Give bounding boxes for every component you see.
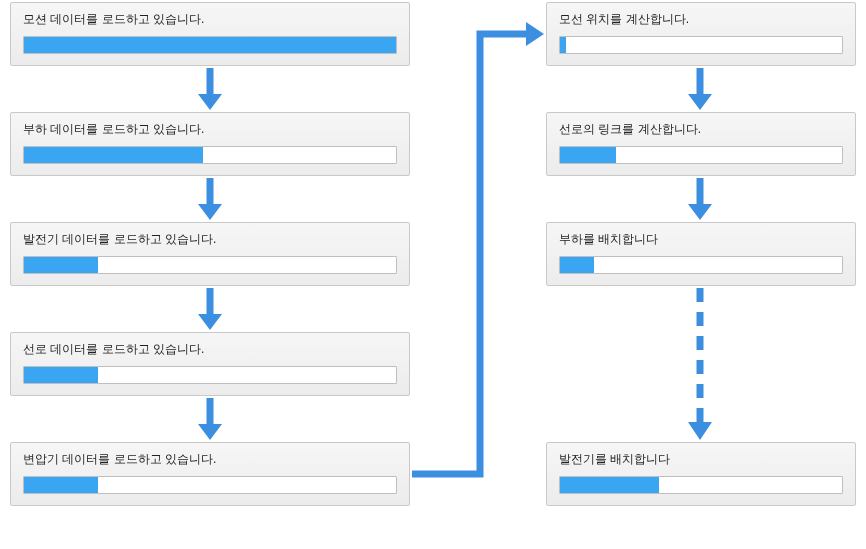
svg-marker-12 [688, 204, 712, 220]
progress-track [23, 256, 397, 274]
step-label: 발전기 데이터를 로드하고 있습니다. [23, 231, 397, 248]
step-motion-load: 모션 데이터를 로드하고 있습니다. [10, 2, 410, 66]
svg-marker-5 [198, 314, 222, 330]
progress-track [23, 476, 397, 494]
step-load-place: 부하를 배치합니다 [546, 222, 856, 286]
progress-fill [24, 367, 98, 383]
arrow-down-icon [680, 176, 720, 222]
svg-marker-14 [688, 422, 712, 440]
progress-track [23, 366, 397, 384]
flow-diagram: 모션 데이터를 로드하고 있습니다. 부하 데이터를 로드하고 있습니다. 발전… [0, 0, 866, 549]
progress-track [559, 36, 843, 54]
svg-marker-10 [688, 94, 712, 110]
arrow-down-icon [190, 176, 230, 222]
step-label: 모선 위치를 계산합니다. [559, 11, 843, 28]
progress-track [559, 476, 843, 494]
progress-track [23, 36, 397, 54]
progress-fill [560, 37, 566, 53]
step-motion-calc: 모선 위치를 계산합니다. [546, 2, 856, 66]
step-transformer-load: 변압기 데이터를 로드하고 있습니다. [10, 442, 410, 506]
progress-fill [24, 477, 98, 493]
progress-track [23, 146, 397, 164]
step-label: 모션 데이터를 로드하고 있습니다. [23, 11, 397, 28]
step-label: 부하를 배치합니다 [559, 231, 843, 248]
step-label: 부하 데이터를 로드하고 있습니다. [23, 121, 397, 138]
progress-fill [560, 257, 594, 273]
step-generator-load: 발전기 데이터를 로드하고 있습니다. [10, 222, 410, 286]
svg-marker-3 [198, 204, 222, 220]
step-label: 변압기 데이터를 로드하고 있습니다. [23, 451, 397, 468]
progress-fill [560, 147, 616, 163]
progress-fill [560, 477, 659, 493]
arrow-down-icon [190, 66, 230, 112]
arrow-down-icon [680, 66, 720, 112]
step-label: 선로 데이터를 로드하고 있습니다. [23, 341, 397, 358]
progress-track [559, 146, 843, 164]
svg-marker-7 [198, 424, 222, 440]
step-label: 발전기를 배치합니다 [559, 451, 843, 468]
svg-marker-8 [526, 22, 544, 46]
step-generator-place: 발전기를 배치합니다 [546, 442, 856, 506]
arrow-connector-icon [410, 0, 550, 510]
step-line-link-calc: 선로의 링크를 계산합니다. [546, 112, 856, 176]
step-line-load: 선로 데이터를 로드하고 있습니다. [10, 332, 410, 396]
arrow-down-icon [190, 396, 230, 442]
svg-marker-1 [198, 94, 222, 110]
progress-fill [24, 257, 98, 273]
arrow-down-icon [190, 286, 230, 332]
step-label: 선로의 링크를 계산합니다. [559, 121, 843, 138]
progress-track [559, 256, 843, 274]
step-load-load: 부하 데이터를 로드하고 있습니다. [10, 112, 410, 176]
arrow-down-dashed-icon [680, 286, 720, 442]
progress-fill [24, 37, 396, 53]
progress-fill [24, 147, 203, 163]
